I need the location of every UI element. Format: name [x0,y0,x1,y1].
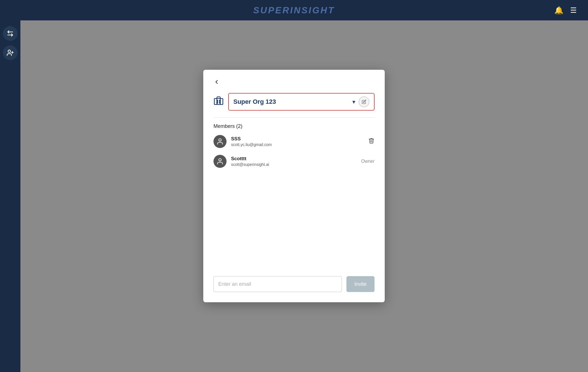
sidebar-btn-add-user[interactable] [3,45,18,60]
org-selector-icons: ▾ [352,96,369,107]
member-info: Scotttt scott@superinsight.ai [231,156,361,167]
menu-icon[interactable]: ☰ [570,6,577,15]
navbar: SUPERINSIGHT 🔔 ☰ [0,0,588,20]
invite-button[interactable]: Invite [346,276,375,292]
navbar-actions: 🔔 ☰ [554,6,577,15]
member-item: SSS scott.yc.liu@gmail.com [213,135,375,148]
members-heading: Members (2) [213,123,375,129]
delete-member-button[interactable] [368,138,375,145]
member-email: scott.yc.liu@gmail.com [231,142,368,147]
org-selector[interactable]: Super Org 123 ▾ [228,93,375,111]
member-name: Scotttt [231,156,361,162]
svg-rect-6 [217,102,218,103]
member-email: scott@superinsight.ai [231,162,361,167]
invite-section: Invite [213,276,375,292]
email-input[interactable] [213,276,342,292]
avatar [213,135,227,148]
member-item: Scotttt scott@superinsight.ai Owner [213,155,375,168]
org-modal: Super Org 123 ▾ Members (2) SSS scott [203,70,385,302]
member-info: SSS scott.yc.liu@gmail.com [231,136,368,147]
member-name: SSS [231,136,368,142]
svg-rect-3 [214,99,223,105]
svg-rect-4 [217,100,218,102]
user-icon [216,158,224,165]
edit-org-button[interactable] [359,96,369,107]
user-icon [216,138,224,145]
svg-point-8 [219,139,221,141]
dropdown-arrow-icon[interactable]: ▾ [352,98,355,105]
svg-point-9 [219,158,221,161]
svg-rect-5 [219,100,220,102]
sidebar [0,20,20,372]
bell-icon[interactable]: 🔔 [554,6,563,15]
svg-rect-7 [219,102,220,103]
header-divider [213,117,375,118]
avatar [213,155,227,168]
org-name: Super Org 123 [233,98,276,105]
owner-label: Owner [361,159,375,164]
sidebar-btn-switch[interactable] [3,26,18,41]
org-building-icon [213,96,224,108]
back-button[interactable] [213,79,375,86]
modal-header: Super Org 123 ▾ [213,93,375,111]
app-title: SUPERINSIGHT [253,5,335,16]
svg-point-0 [8,50,10,52]
